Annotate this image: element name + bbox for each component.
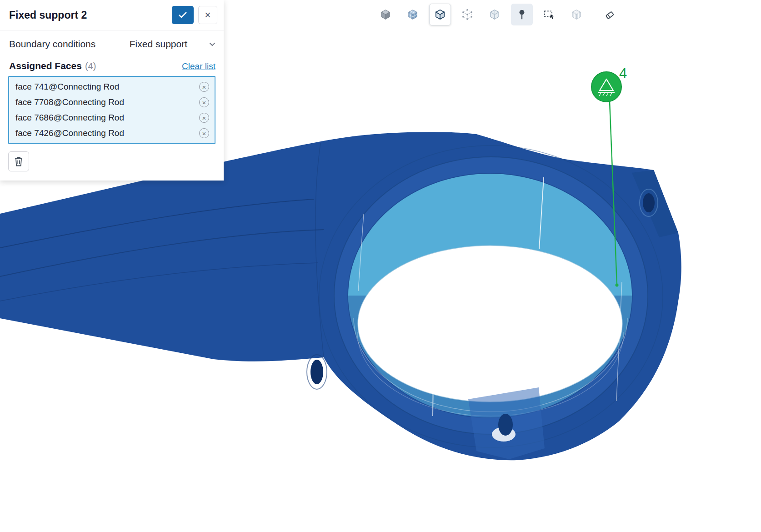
shaded-edges-cube-icon	[434, 8, 446, 21]
transparent-view-button[interactable]	[484, 4, 506, 25]
transparent-cube-icon	[488, 8, 501, 21]
remove-face-icon: ×	[202, 84, 206, 90]
clear-list-link[interactable]: Clear list	[182, 61, 215, 71]
left-bolt-hole	[310, 360, 323, 384]
face-item-label: face 7686@Connecting Rod	[15, 113, 199, 123]
assigned-faces-list: face 741@Connecting Rod × face 7708@Conn…	[8, 76, 215, 144]
delete-button[interactable]	[8, 151, 29, 171]
shaded-mesh-cube-icon	[406, 8, 419, 21]
remove-face-icon: ×	[202, 115, 206, 121]
trash-icon	[14, 156, 24, 167]
panel-header: Fixed support 2 ×	[0, 0, 224, 30]
solid-cube-icon	[379, 8, 392, 21]
remove-face-button[interactable]: ×	[199, 97, 209, 107]
panel-footer	[0, 144, 224, 181]
panel-title: Fixed support 2	[9, 9, 167, 21]
close-icon: ×	[205, 10, 210, 20]
remove-face-button[interactable]: ×	[199, 82, 209, 92]
probe-point-tool-button[interactable]	[511, 4, 533, 25]
chevron-down-icon	[209, 42, 215, 46]
remove-face-icon: ×	[202, 99, 206, 106]
annotation-anchor-dot	[616, 284, 619, 287]
node-lattice-icon	[461, 8, 474, 21]
bore-hole	[358, 246, 622, 402]
boundary-conditions-label: Boundary conditions	[9, 39, 95, 50]
apply-button[interactable]	[172, 6, 194, 24]
shaded-edges-view-button[interactable]	[429, 4, 451, 25]
face-list-item[interactable]: face 741@Connecting Rod ×	[9, 79, 215, 95]
face-list-item[interactable]: face 7686@Connecting Rod ×	[9, 110, 215, 125]
annotation-count-label: 4	[619, 65, 627, 82]
remove-face-button[interactable]: ×	[199, 113, 209, 123]
close-button[interactable]: ×	[198, 6, 217, 24]
face-item-label: face 741@Connecting Rod	[15, 82, 199, 92]
boundary-type-value: Fixed support	[130, 39, 187, 50]
boundary-type-select[interactable]: Fixed support	[130, 39, 215, 50]
assigned-faces-header: Assigned Faces (4) Clear list	[0, 52, 224, 76]
boundary-condition-row: Boundary conditions Fixed support	[0, 30, 224, 52]
assigned-faces-count: (4)	[85, 61, 182, 71]
face-list-item[interactable]: face 7426@Connecting Rod ×	[9, 125, 215, 141]
remove-face-button[interactable]: ×	[199, 128, 209, 138]
solid-cube-view-button[interactable]	[375, 4, 396, 25]
probe-pin-icon	[516, 8, 528, 21]
check-icon	[178, 11, 187, 19]
top-right-hole	[643, 193, 655, 212]
section-sweep-icon	[603, 8, 616, 21]
annotation-pin-circle	[591, 72, 621, 102]
assigned-faces-label: Assigned Faces	[9, 60, 82, 71]
boundary-condition-panel: Fixed support 2 × Boundary conditions Fi…	[0, 0, 224, 181]
mesh-display-toggle-button[interactable]	[566, 4, 587, 25]
view-toolbar	[375, 4, 621, 25]
face-item-label: face 7708@Connecting Rod	[15, 97, 199, 107]
toolbar-divider	[593, 8, 593, 21]
box-select-tool-button[interactable]	[538, 4, 560, 25]
box-select-icon	[543, 8, 556, 21]
shaded-mesh-view-button[interactable]	[402, 4, 424, 25]
remove-face-icon: ×	[202, 130, 206, 137]
node-lattice-view-button[interactable]	[456, 4, 478, 25]
bottom-lug-hole	[498, 414, 513, 436]
bottom-lug	[468, 387, 545, 459]
face-list-item[interactable]: face 7708@Connecting Rod ×	[9, 95, 215, 110]
mesh-cube-faded-icon	[570, 8, 583, 21]
section-sweep-tool-button[interactable]	[599, 4, 621, 25]
face-item-label: face 7426@Connecting Rod	[15, 128, 199, 138]
